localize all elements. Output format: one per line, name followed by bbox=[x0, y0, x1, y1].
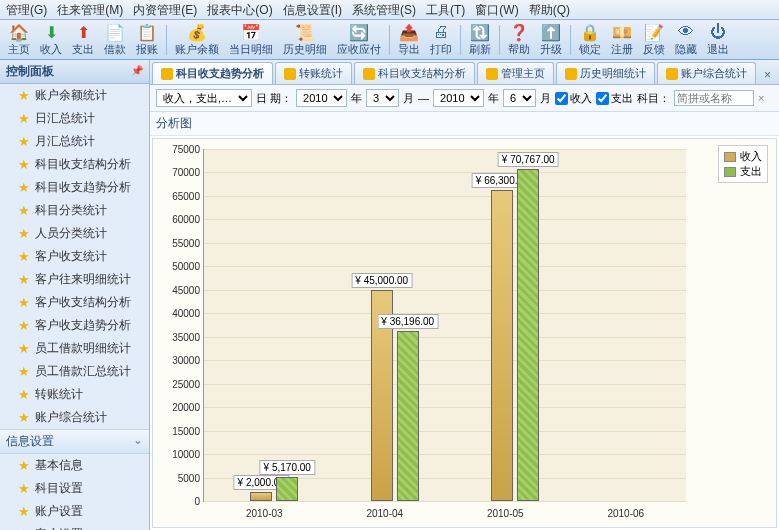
tab-转账统计[interactable]: 转账统计 bbox=[275, 62, 352, 84]
主页-icon: 🏠 bbox=[9, 22, 29, 42]
toolbar-打印[interactable]: 🖨打印 bbox=[426, 21, 456, 58]
nav-item[interactable]: ★月汇总统计 bbox=[0, 130, 149, 153]
toolbar-反馈[interactable]: 📝反馈 bbox=[639, 21, 669, 58]
toolbar-主页[interactable]: 🏠主页 bbox=[4, 21, 34, 58]
tab-账户综合统计[interactable]: 账户综合统计 bbox=[657, 62, 756, 84]
star-icon: ★ bbox=[18, 364, 30, 379]
nav-item[interactable]: ★科目收支趋势分析 bbox=[0, 176, 149, 199]
nav-item[interactable]: ★客户收支结构分析 bbox=[0, 291, 149, 314]
group-header[interactable]: 信息设置 bbox=[0, 429, 149, 454]
toolbar-separator bbox=[570, 25, 571, 55]
subject-input[interactable] bbox=[674, 90, 754, 106]
nav-item[interactable]: ★客户往来明细统计 bbox=[0, 268, 149, 291]
toolbar-当日明细[interactable]: 📅当日明细 bbox=[225, 21, 277, 58]
menu-item[interactable]: 系统管理(S) bbox=[352, 2, 416, 17]
nav-item[interactable]: ★转账统计 bbox=[0, 383, 149, 406]
menu-item[interactable]: 往来管理(M) bbox=[57, 2, 123, 17]
借款-icon: 📄 bbox=[105, 22, 125, 42]
bar-income bbox=[250, 492, 272, 501]
data-label: ¥ 36,196.00 bbox=[377, 314, 438, 329]
menu-item[interactable]: 工具(T) bbox=[426, 2, 465, 17]
filter-bar: 收入，支出,… 日 期： 2010 年 3 月 — 2010 年 6 月 收入 … bbox=[150, 85, 779, 112]
data-label: ¥ 70,767.00 bbox=[498, 152, 559, 167]
menu-item[interactable]: 信息设置(I) bbox=[283, 2, 342, 17]
tabs-close-icon[interactable]: × bbox=[758, 66, 777, 84]
toolbar-支出[interactable]: ⬆支出 bbox=[68, 21, 98, 58]
menu-item[interactable]: 内资管理(E) bbox=[133, 2, 197, 17]
menu-item[interactable]: 报表中心(O) bbox=[207, 2, 272, 17]
star-icon: ★ bbox=[18, 157, 30, 172]
star-icon: ★ bbox=[18, 504, 30, 519]
star-icon: ★ bbox=[18, 341, 30, 356]
toolbar-隐藏[interactable]: 👁隐藏 bbox=[671, 21, 701, 58]
toolbar-报账[interactable]: 📋报账 bbox=[132, 21, 162, 58]
tab-管理主页[interactable]: 管理主页 bbox=[477, 62, 554, 84]
toolbar-separator bbox=[460, 25, 461, 55]
反馈-icon: 📝 bbox=[644, 22, 664, 42]
date-label: 日 期： bbox=[256, 91, 292, 106]
toolbar-应收应付[interactable]: 🔄应收应付 bbox=[333, 21, 385, 58]
chk-expense[interactable]: 支出 bbox=[596, 91, 633, 106]
menu-item[interactable]: 管理(G) bbox=[6, 2, 47, 17]
报账-icon: 📋 bbox=[137, 22, 157, 42]
账户余额-icon: 💰 bbox=[187, 22, 207, 42]
star-icon: ★ bbox=[18, 134, 30, 149]
clear-icon[interactable]: × bbox=[758, 92, 764, 104]
nav-item[interactable]: ★科目分类统计 bbox=[0, 199, 149, 222]
menu-item[interactable]: 帮助(Q) bbox=[529, 2, 570, 17]
历史明细-icon: 📜 bbox=[295, 22, 315, 42]
toolbar-导出[interactable]: 📤导出 bbox=[394, 21, 424, 58]
star-icon: ★ bbox=[18, 318, 30, 333]
nav-item[interactable]: ★账户余额统计 bbox=[0, 84, 149, 107]
nav-item[interactable]: ★账户综合统计 bbox=[0, 406, 149, 429]
tab-icon bbox=[486, 68, 498, 80]
nav-item[interactable]: ★客户收支统计 bbox=[0, 245, 149, 268]
toolbar: 🏠主页⬇收入⬆支出📄借款📋报账💰账户余额📅当日明细📜历史明细🔄应收应付📤导出🖨打… bbox=[0, 20, 779, 60]
nav-item[interactable]: ★基本信息 bbox=[0, 454, 149, 477]
star-icon: ★ bbox=[18, 295, 30, 310]
data-label: ¥ 5,170.00 bbox=[260, 460, 315, 475]
chk-income[interactable]: 收入 bbox=[555, 91, 592, 106]
tab-icon bbox=[565, 68, 577, 80]
tab-历史明细统计[interactable]: 历史明细统计 bbox=[556, 62, 655, 84]
month-to[interactable]: 6 bbox=[503, 89, 536, 107]
pin-icon[interactable] bbox=[131, 63, 143, 80]
nav-item[interactable]: ★客户设置 bbox=[0, 523, 149, 530]
star-icon: ★ bbox=[18, 180, 30, 195]
nav-item[interactable]: ★日汇总统计 bbox=[0, 107, 149, 130]
toolbar-升级[interactable]: ⬆️升级 bbox=[536, 21, 566, 58]
nav-item[interactable]: ★员工借款汇总统计 bbox=[0, 360, 149, 383]
month-from[interactable]: 3 bbox=[366, 89, 399, 107]
nav-item[interactable]: ★科目收支结构分析 bbox=[0, 153, 149, 176]
收入-icon: ⬇ bbox=[41, 22, 61, 42]
nav-item[interactable]: ★科目设置 bbox=[0, 477, 149, 500]
star-icon: ★ bbox=[18, 387, 30, 402]
toolbar-帮助[interactable]: ❓帮助 bbox=[504, 21, 534, 58]
star-icon: ★ bbox=[18, 272, 30, 287]
toolbar-锁定[interactable]: 🔒锁定 bbox=[575, 21, 605, 58]
year-from[interactable]: 2010 bbox=[296, 89, 347, 107]
toolbar-刷新[interactable]: 🔃刷新 bbox=[465, 21, 495, 58]
year-to[interactable]: 2010 bbox=[433, 89, 484, 107]
type-select[interactable]: 收入，支出,… bbox=[156, 89, 252, 107]
nav-item[interactable]: ★人员分类统计 bbox=[0, 222, 149, 245]
升级-icon: ⬆️ bbox=[541, 22, 561, 42]
toolbar-账户余额[interactable]: 💰账户余额 bbox=[171, 21, 223, 58]
toolbar-收入[interactable]: ⬇收入 bbox=[36, 21, 66, 58]
menu-item[interactable]: 窗口(W) bbox=[475, 2, 518, 17]
打印-icon: 🖨 bbox=[431, 22, 451, 42]
刷新-icon: 🔃 bbox=[470, 22, 490, 42]
nav-item[interactable]: ★客户收支趋势分析 bbox=[0, 314, 149, 337]
tab-icon bbox=[284, 68, 296, 80]
toolbar-历史明细[interactable]: 📜历史明细 bbox=[279, 21, 331, 58]
toolbar-借款[interactable]: 📄借款 bbox=[100, 21, 130, 58]
bar-expense bbox=[517, 169, 539, 501]
退出-icon: ⏻ bbox=[708, 22, 728, 42]
tab-科目收支结构分析[interactable]: 科目收支结构分析 bbox=[354, 62, 475, 84]
tab-科目收支趋势分析[interactable]: 科目收支趋势分析 bbox=[152, 62, 273, 84]
toolbar-注册[interactable]: 💴注册 bbox=[607, 21, 637, 58]
toolbar-退出[interactable]: ⏻退出 bbox=[703, 21, 733, 58]
menu-bar: 管理(G)往来管理(M)内资管理(E)报表中心(O)信息设置(I)系统管理(S)… bbox=[0, 0, 779, 20]
nav-item[interactable]: ★员工借款明细统计 bbox=[0, 337, 149, 360]
nav-item[interactable]: ★账户设置 bbox=[0, 500, 149, 523]
